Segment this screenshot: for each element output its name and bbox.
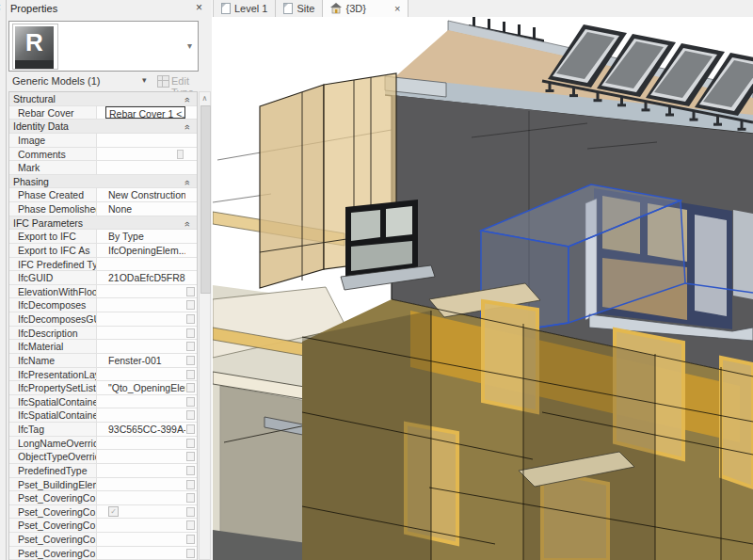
- property-row: Pset_CoveringCo...: [9, 491, 197, 505]
- property-value-field[interactable]: [105, 285, 185, 298]
- collapse-chevron-icon[interactable]: »: [182, 98, 196, 104]
- property-value-field[interactable]: [105, 547, 185, 560]
- property-value-field[interactable]: "Qto_OpeningElem...: [105, 381, 185, 394]
- associate-parameter-button[interactable]: [186, 410, 195, 420]
- property-checkbox[interactable]: ✓: [108, 506, 119, 517]
- associate-parameter-button[interactable]: [186, 424, 195, 434]
- property-row: Phase DemolishedNone: [9, 202, 197, 216]
- edit-type-button[interactable]: Edit Type: [157, 73, 212, 89]
- property-value-field[interactable]: [105, 519, 185, 532]
- property-label: Pset_CoveringCo...: [9, 519, 97, 532]
- property-label: IfcSpatialContainer: [9, 395, 97, 408]
- property-value-field[interactable]: [105, 491, 185, 504]
- property-value-field[interactable]: [105, 464, 185, 477]
- property-value-field[interactable]: [105, 258, 185, 271]
- property-value-field[interactable]: [105, 312, 185, 326]
- property-group-header[interactable]: Phasing»: [9, 175, 197, 189]
- associate-parameter-button[interactable]: [186, 535, 195, 544]
- associate-parameter-button[interactable]: [186, 383, 195, 392]
- property-value-field[interactable]: [105, 161, 185, 174]
- type-selector-dropdown-icon[interactable]: ▾: [187, 40, 192, 51]
- property-value-field[interactable]: [105, 437, 185, 450]
- property-row: IfcSpatialContainer: [9, 395, 197, 409]
- close-view-icon[interactable]: ×: [394, 3, 400, 14]
- associate-parameter-button[interactable]: [186, 328, 195, 338]
- associate-parameter-button[interactable]: [186, 300, 195, 310]
- property-value-field[interactable]: [105, 533, 185, 546]
- associate-parameter-button[interactable]: [186, 520, 195, 530]
- property-label: LongNameOverride: [9, 437, 97, 450]
- associate-parameter-button[interactable]: [186, 370, 195, 379]
- associate-parameter-button[interactable]: [186, 452, 195, 461]
- property-value-field[interactable]: New Construction: [105, 188, 185, 201]
- property-row: Image: [9, 134, 197, 148]
- view-tab-3d[interactable]: {3D}×: [323, 0, 409, 17]
- associate-parameter-button[interactable]: [186, 287, 195, 296]
- property-value-field[interactable]: [105, 478, 185, 491]
- associate-parameter-button[interactable]: [186, 493, 195, 503]
- property-row: IfcDescription: [9, 327, 197, 341]
- property-value-field[interactable]: IfcOpeningElem...: [105, 244, 185, 257]
- property-value-field[interactable]: [105, 327, 185, 340]
- view-tab-level-1[interactable]: Level 1: [213, 0, 276, 17]
- value-cell-button[interactable]: [177, 150, 184, 159]
- category-filter-row: Generic Models (1) ▾ Edit Type: [8, 73, 212, 90]
- category-filter-label[interactable]: Generic Models (1): [12, 75, 101, 87]
- group-label: Identity Data: [13, 120, 69, 132]
- view-tab-site[interactable]: Site: [276, 0, 323, 17]
- property-label: Rebar Cover: [9, 106, 97, 120]
- view-tab-label: Level 1: [234, 3, 267, 14]
- property-group-header[interactable]: Structural»: [9, 92, 197, 106]
- property-label: IFC Predefined Type: [9, 258, 97, 271]
- view-tab-label: {3D}: [345, 3, 365, 14]
- associate-parameter-button[interactable]: [186, 507, 195, 517]
- property-row: Comments: [9, 148, 197, 162]
- property-value-field[interactable]: [105, 298, 185, 312]
- collapse-chevron-icon[interactable]: »: [182, 125, 196, 131]
- drawing-area-3d-view[interactable]: [213, 17, 753, 560]
- associate-parameter-button[interactable]: [186, 356, 195, 365]
- property-value-field[interactable]: Fenster-001: [105, 354, 185, 367]
- property-group-header[interactable]: IFC Parameters»: [9, 216, 197, 231]
- property-value-field[interactable]: [105, 340, 185, 353]
- property-value-field[interactable]: [105, 368, 185, 381]
- associate-parameter-button[interactable]: [186, 480, 195, 489]
- type-selector-combo[interactable]: R ▾: [8, 21, 199, 72]
- scrollbar-thumb[interactable]: [200, 105, 211, 294]
- property-group-header[interactable]: Identity Data»: [9, 120, 197, 134]
- property-row: Pset_CoveringCo...✓: [9, 505, 197, 520]
- edit-type-icon: [157, 75, 169, 88]
- category-filter-dropdown-icon[interactable]: ▾: [142, 75, 147, 85]
- property-value-field[interactable]: 93C565CC-399A-86...: [105, 423, 185, 436]
- property-row: IfcDecomposesGUID: [9, 312, 197, 327]
- associate-parameter-button[interactable]: [186, 342, 195, 351]
- property-value-field[interactable]: [105, 148, 185, 161]
- collapse-chevron-icon[interactable]: »: [182, 221, 196, 227]
- property-label: Image: [9, 134, 97, 147]
- property-value-field[interactable]: [105, 450, 185, 463]
- property-label: IfcName: [9, 354, 97, 367]
- property-row: IfcSpatialContaine...: [9, 408, 197, 423]
- property-value-field[interactable]: Rebar Cover 1 <...: [105, 106, 185, 120]
- collapse-chevron-icon[interactable]: »: [182, 180, 196, 185]
- property-row: IfcGUID21ODaEfcD5FR89FE...: [9, 271, 197, 285]
- associate-parameter-button[interactable]: [186, 439, 195, 448]
- revit-family-icon: R: [15, 26, 54, 65]
- associate-parameter-button[interactable]: [186, 466, 195, 475]
- property-value-field[interactable]: 21ODaEfcD5FR89FE...: [105, 271, 185, 284]
- partial-close-icon[interactable]: ×: [0, 1, 1, 14]
- associate-parameter-button[interactable]: [186, 397, 195, 407]
- associate-parameter-button[interactable]: [186, 314, 195, 324]
- property-value-field[interactable]: [105, 134, 185, 147]
- property-value-field[interactable]: [105, 408, 185, 422]
- property-label: ObjectTypeOverride: [9, 450, 97, 463]
- property-value-field[interactable]: [105, 395, 185, 408]
- property-value-field[interactable]: ✓: [105, 505, 185, 519]
- properties-close-button[interactable]: ×: [196, 1, 202, 14]
- property-label: IfcDecomposesGUID: [9, 312, 97, 326]
- property-value-field[interactable]: By Type: [105, 230, 185, 243]
- associate-parameter-button[interactable]: [186, 549, 195, 558]
- properties-scrollbar[interactable]: ∧: [199, 91, 211, 560]
- scrollbar-up-icon[interactable]: ∧: [200, 92, 210, 104]
- property-value-field[interactable]: None: [105, 202, 185, 216]
